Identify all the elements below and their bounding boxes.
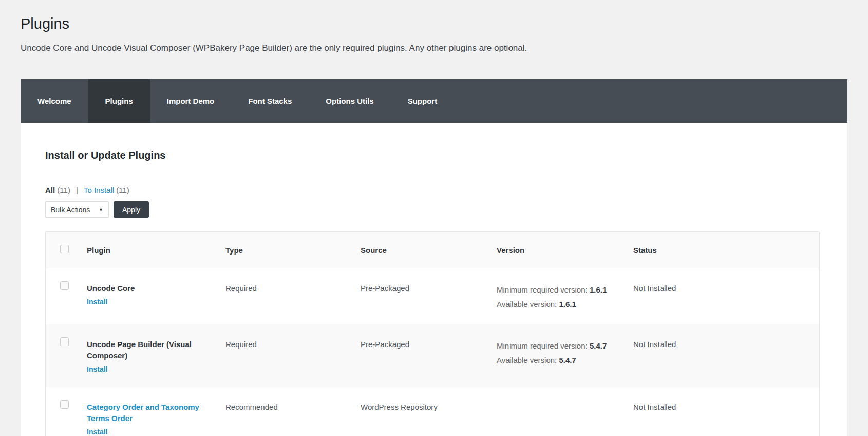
version-label: Minimum required version: (497, 285, 588, 294)
plugin-status: Not Installed (633, 268, 819, 324)
version-value: 1.6.1 (590, 285, 607, 294)
section-heading: Install or Update Plugins (45, 150, 820, 161)
table-row: Uncode Core Install Required Pre-Package… (46, 268, 819, 324)
theme-setup-tabbar: Welcome Plugins Import Demo Font Stacks … (21, 79, 847, 123)
version-label: Available version: (497, 356, 557, 365)
plugin-type: Recommended (225, 387, 361, 436)
version-value: 1.6.1 (559, 300, 576, 308)
page-subtitle: Uncode Core and Uncode Visual Composer (… (21, 43, 846, 53)
version-label: Available version: (497, 300, 557, 308)
tab-import-demo[interactable]: Import Demo (150, 79, 232, 123)
bulk-actions-select[interactable]: Bulk Actions (45, 201, 109, 218)
page-header: Plugins Uncode Core and Uncode Visual Co… (0, 0, 868, 53)
plugin-name: Uncode Core (87, 283, 202, 294)
tab-options-utils[interactable]: Options Utils (309, 79, 390, 123)
plugin-version: Minimum required version: 5.4.7 Availabl… (497, 324, 633, 387)
select-all-checkbox[interactable] (60, 245, 69, 253)
plugin-name-link[interactable]: Category Order and Taxonomy Terms Order (87, 402, 202, 424)
tab-welcome[interactable]: Welcome (21, 79, 88, 123)
column-header-version: Version (497, 232, 633, 268)
table-row: Uncode Page Builder (Visual Composer) In… (46, 324, 819, 387)
apply-button[interactable]: Apply (114, 201, 149, 218)
tab-plugins[interactable]: Plugins (88, 79, 150, 123)
install-link[interactable]: Install (87, 427, 107, 436)
filter-all-link[interactable]: All (45, 186, 55, 194)
plugin-name: Uncode Page Builder (Visual Composer) (87, 339, 202, 361)
plugins-table: Plugin Type Source Version Status Uncode… (45, 231, 820, 436)
table-row: Category Order and Taxonomy Terms Order … (46, 387, 819, 436)
row-checkbox[interactable] (60, 281, 69, 290)
column-header-type: Type (225, 232, 361, 268)
column-header-source: Source (361, 232, 497, 268)
tab-font-stacks[interactable]: Font Stacks (231, 79, 309, 123)
plugin-status: Not Installed (633, 387, 819, 436)
filter-links: All (11) | To Install (11) (45, 186, 820, 194)
row-checkbox[interactable] (60, 400, 69, 409)
plugin-source: Pre-Packaged (361, 324, 497, 387)
install-link[interactable]: Install (87, 365, 107, 375)
filter-all-count: (11) (57, 186, 70, 194)
install-link[interactable]: Install (87, 297, 107, 307)
plugin-type: Required (225, 268, 361, 324)
filter-to-install-count: (11) (116, 186, 129, 194)
table-header-row: Plugin Type Source Version Status (46, 232, 819, 268)
plugin-source: WordPress Repository (361, 387, 497, 436)
version-label: Minimum required version: (497, 341, 588, 350)
tab-support[interactable]: Support (391, 79, 455, 123)
plugin-status: Not Installed (633, 324, 819, 387)
filter-to-install-link[interactable]: To Install (84, 186, 114, 194)
plugin-type: Required (225, 324, 361, 387)
version-value: 5.4.7 (590, 341, 607, 350)
plugin-source: Pre-Packaged (361, 268, 497, 324)
plugin-version: Minimum required version: 1.6.1 Availabl… (497, 268, 633, 324)
version-value: 5.4.7 (559, 356, 576, 365)
column-header-plugin: Plugin (87, 232, 225, 268)
plugins-panel: Install or Update Plugins All (11) | To … (21, 123, 847, 436)
filter-separator: | (76, 186, 78, 194)
row-checkbox[interactable] (60, 337, 69, 346)
bulk-actions-row: Bulk Actions ▼ Apply (45, 201, 820, 218)
column-header-status: Status (633, 232, 819, 268)
plugin-version (497, 387, 633, 436)
page-title: Plugins (21, 15, 846, 32)
